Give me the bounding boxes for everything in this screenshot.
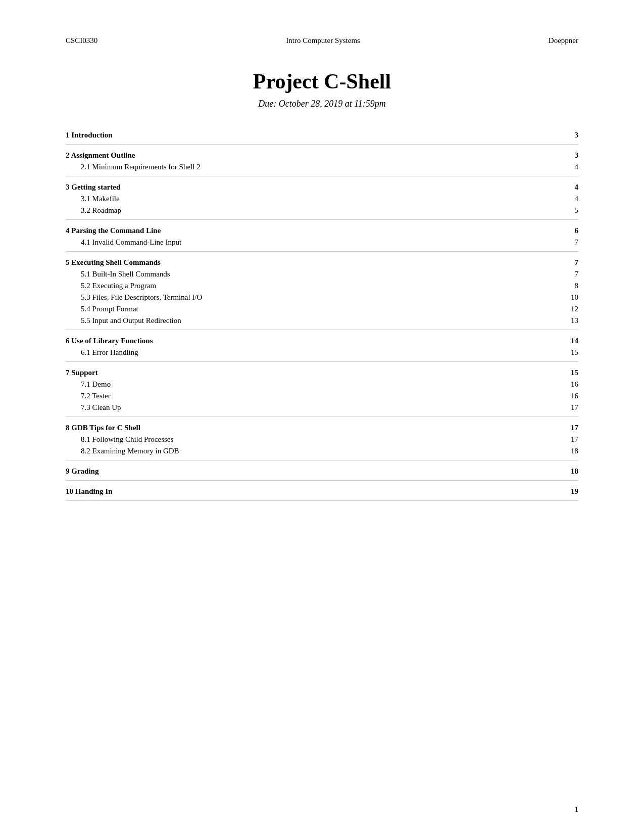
toc-row-subsection[interactable]: 8.2 Examining Memory in GDB18 <box>66 445 578 457</box>
toc-row-subsection[interactable]: 5.3 Files, File Descriptors, Terminal I/… <box>66 292 578 303</box>
toc-section-label: 6 Use of Library Functions <box>66 337 568 345</box>
toc-row-section[interactable]: 2 Assignment Outline3 <box>66 150 578 161</box>
toc-row-subsection[interactable]: 5.1 Built-In Shell Commands7 <box>66 268 578 280</box>
toc-subsection-page: 5 <box>568 206 578 215</box>
toc-row-subsection[interactable]: 5.2 Executing a Program8 <box>66 280 578 292</box>
toc-row-section[interactable]: 4 Parsing the Command Line6 <box>66 225 578 237</box>
toc-row-section[interactable]: 7 Support15 <box>66 367 578 379</box>
toc-row-subsection[interactable]: 3.1 Makefile4 <box>66 193 578 205</box>
toc-section-page: 3 <box>568 151 578 160</box>
toc-row-subsection[interactable]: 3.2 Roadmap5 <box>66 205 578 216</box>
header-center: Intro Computer Systems <box>286 36 360 45</box>
toc-section-3: 3 Getting started43.1 Makefile43.2 Roadm… <box>66 181 578 220</box>
page: CSCI0330 Intro Computer Systems Doeppner… <box>0 0 644 834</box>
toc-section-label: 8 GDB Tips for C Shell <box>66 424 568 432</box>
toc-row-section[interactable]: 1 Introduction3 <box>66 129 578 141</box>
toc-subsection-label: 8.1 Following Child Processes <box>81 435 568 444</box>
toc-subsection-label: 6.1 Error Handling <box>81 348 568 357</box>
toc-row-section[interactable]: 3 Getting started4 <box>66 181 578 193</box>
toc-divider <box>66 500 578 501</box>
toc-section-label: 2 Assignment Outline <box>66 151 568 160</box>
toc-divider <box>66 416 578 417</box>
toc-divider <box>66 460 578 460</box>
toc-section-page: 7 <box>568 258 578 267</box>
toc-section-page: 17 <box>568 424 578 432</box>
toc-section-page: 4 <box>568 183 578 192</box>
toc-section-page: 15 <box>568 368 578 377</box>
toc-subsection-page: 12 <box>568 305 578 313</box>
toc-subsection-label: 5.5 Input and Output Redirection <box>81 316 568 325</box>
toc-row-section[interactable]: 8 GDB Tips for C Shell17 <box>66 422 578 434</box>
toc-section-8: 8 GDB Tips for C Shell178.1 Following Ch… <box>66 422 578 460</box>
toc-divider <box>66 219 578 220</box>
toc-subsection-page: 15 <box>568 348 578 357</box>
toc-section-4: 4 Parsing the Command Line64.1 Invalid C… <box>66 225 578 252</box>
toc-row-section[interactable]: 9 Grading18 <box>66 466 578 477</box>
toc-row-subsection[interactable]: 7.2 Tester16 <box>66 390 578 402</box>
toc-section-label: 1 Introduction <box>66 131 568 140</box>
toc-section-label: 4 Parsing the Command Line <box>66 226 568 235</box>
page-header: CSCI0330 Intro Computer Systems Doeppner <box>66 36 578 45</box>
table-of-contents: 1 Introduction32 Assignment Outline32.1 … <box>66 129 578 501</box>
toc-subsection-page: 10 <box>568 293 578 302</box>
toc-row-subsection[interactable]: 2.1 Minimum Requirements for Shell 24 <box>66 161 578 173</box>
toc-section-label: 3 Getting started <box>66 183 568 192</box>
toc-subsection-page: 16 <box>568 392 578 400</box>
toc-section-7: 7 Support157.1 Demo167.2 Tester167.3 Cle… <box>66 367 578 417</box>
toc-subsection-page: 7 <box>568 270 578 279</box>
toc-subsection-label: 5.2 Executing a Program <box>81 282 568 290</box>
toc-section-10: 10 Handing In19 <box>66 486 578 501</box>
toc-subsection-page: 4 <box>568 195 578 203</box>
header-left: CSCI0330 <box>66 36 97 45</box>
toc-row-subsection[interactable]: 5.4 Prompt Format12 <box>66 303 578 315</box>
toc-subsection-label: 4.1 Invalid Command-Line Input <box>81 238 568 247</box>
toc-subsection-page: 8 <box>568 282 578 290</box>
toc-subsection-label: 8.2 Examining Memory in GDB <box>81 447 568 455</box>
toc-section-label: 7 Support <box>66 368 568 377</box>
toc-section-label: 9 Grading <box>66 467 568 476</box>
toc-row-subsection[interactable]: 7.1 Demo16 <box>66 379 578 390</box>
toc-subsection-label: 7.1 Demo <box>81 380 568 389</box>
toc-section-label: 5 Executing Shell Commands <box>66 258 568 267</box>
toc-subsection-label: 3.2 Roadmap <box>81 206 568 215</box>
toc-subsection-label: 5.1 Built-In Shell Commands <box>81 270 568 279</box>
toc-section-2: 2 Assignment Outline32.1 Minimum Require… <box>66 150 578 176</box>
toc-row-section[interactable]: 5 Executing Shell Commands7 <box>66 257 578 268</box>
toc-section-9: 9 Grading18 <box>66 466 578 481</box>
toc-divider <box>66 251 578 252</box>
toc-subsection-label: 7.3 Clean Up <box>81 403 568 412</box>
toc-subsection-label: 5.4 Prompt Format <box>81 305 568 313</box>
toc-row-subsection[interactable]: 5.5 Input and Output Redirection13 <box>66 315 578 327</box>
toc-row-subsection[interactable]: 7.3 Clean Up17 <box>66 402 578 413</box>
page-number: 1 <box>575 805 579 814</box>
toc-section-label: 10 Handing In <box>66 487 568 496</box>
toc-divider <box>66 480 578 481</box>
toc-subsection-page: 13 <box>568 316 578 325</box>
toc-section-page: 18 <box>568 467 578 476</box>
toc-divider <box>66 176 578 176</box>
toc-row-section[interactable]: 10 Handing In19 <box>66 486 578 497</box>
toc-subsection-page: 7 <box>568 238 578 247</box>
toc-subsection-page: 4 <box>568 163 578 171</box>
header-right: Doeppner <box>549 36 578 45</box>
toc-subsection-page: 17 <box>568 403 578 412</box>
toc-section-page: 3 <box>568 131 578 140</box>
toc-row-section[interactable]: 6 Use of Library Functions14 <box>66 335 578 347</box>
toc-subsection-label: 2.1 Minimum Requirements for Shell 2 <box>81 163 568 171</box>
toc-divider <box>66 361 578 362</box>
toc-subsection-page: 17 <box>568 435 578 444</box>
toc-subsection-label: 7.2 Tester <box>81 392 568 400</box>
toc-section-page: 6 <box>568 226 578 235</box>
toc-subsection-label: 5.3 Files, File Descriptors, Terminal I/… <box>81 293 568 302</box>
toc-divider <box>66 330 578 330</box>
toc-row-subsection[interactable]: 6.1 Error Handling15 <box>66 347 578 358</box>
toc-divider <box>66 144 578 145</box>
due-date: Due: October 28, 2019 at 11:59pm <box>66 99 578 109</box>
toc-section-page: 19 <box>568 487 578 496</box>
toc-subsection-page: 18 <box>568 447 578 455</box>
toc-subsection-page: 16 <box>568 380 578 389</box>
toc-row-subsection[interactable]: 8.1 Following Child Processes17 <box>66 434 578 445</box>
toc-section-6: 6 Use of Library Functions146.1 Error Ha… <box>66 335 578 362</box>
toc-row-subsection[interactable]: 4.1 Invalid Command-Line Input7 <box>66 237 578 248</box>
main-title: Project C-Shell <box>66 69 578 94</box>
